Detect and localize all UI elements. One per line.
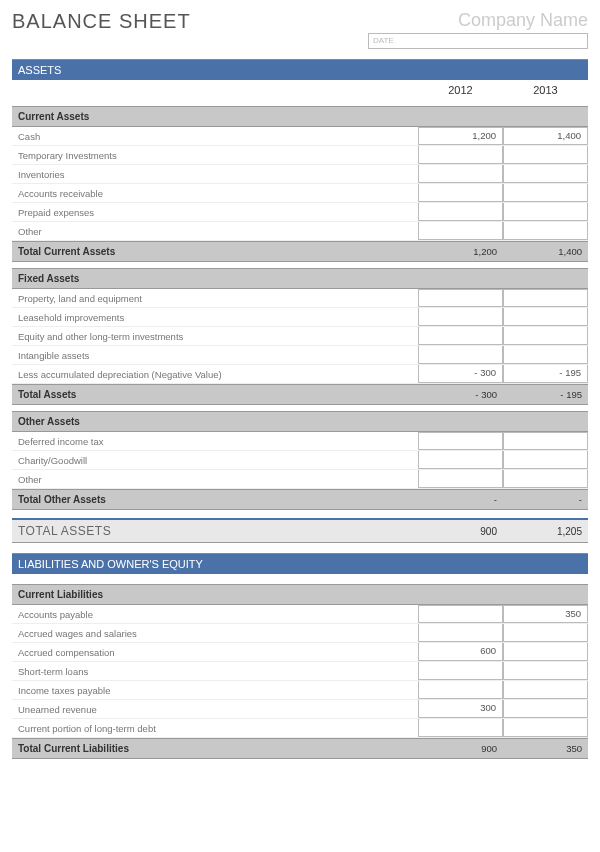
line-item: Short-term loans: [12, 662, 588, 681]
value-cell-y1[interactable]: [418, 346, 503, 364]
line-item: Prepaid expenses: [12, 203, 588, 222]
line-label: Less accumulated depreciation (Negative …: [12, 366, 418, 383]
fixed-assets-header: Fixed Assets: [12, 268, 588, 289]
value-cell-y1[interactable]: [418, 719, 503, 737]
current-assets-rows: Cash 1,200 1,400 Temporary Investments I…: [12, 127, 588, 241]
line-item: Intangible assets: [12, 346, 588, 365]
line-item: Other: [12, 222, 588, 241]
date-input[interactable]: DATE: [368, 33, 588, 49]
value-cell-y1[interactable]: [418, 662, 503, 680]
company-name: Company Name: [368, 10, 588, 31]
total-current-assets: Total Current Assets 1,200 1,400: [12, 241, 588, 262]
line-item: Property, land and equipment: [12, 289, 588, 308]
total-fixed-assets: Total Assets - 300 - 195: [12, 384, 588, 405]
value-cell-y1[interactable]: 1,200: [418, 127, 503, 145]
value-cell-y1[interactable]: [418, 327, 503, 345]
value-cell-y2[interactable]: [503, 289, 588, 307]
value-cell-y2[interactable]: [503, 451, 588, 469]
line-label: Inventories: [12, 166, 418, 183]
line-label: Accounts payable: [12, 606, 418, 623]
current-liabilities-header: Current Liabilities: [12, 584, 588, 605]
value-cell-y2[interactable]: [503, 308, 588, 326]
value-cell-y1[interactable]: [418, 203, 503, 221]
value-cell-y1[interactable]: [418, 308, 503, 326]
line-item: Accrued compensation 600: [12, 643, 588, 662]
line-item: Less accumulated depreciation (Negative …: [12, 365, 588, 384]
value-cell-y1[interactable]: [418, 289, 503, 307]
line-label: Unearned revenue: [12, 701, 418, 718]
value-cell-y2[interactable]: [503, 719, 588, 737]
value-cell-y1[interactable]: - 300: [418, 365, 503, 383]
value-cell-y1[interactable]: [418, 146, 503, 164]
value-cell-y1[interactable]: 600: [418, 643, 503, 661]
line-item: Deferred income tax: [12, 432, 588, 451]
line-item: Inventories: [12, 165, 588, 184]
value-cell-y2[interactable]: [503, 327, 588, 345]
header: BALANCE SHEET Company Name DATE: [12, 10, 588, 49]
line-label: Accrued compensation: [12, 644, 418, 661]
value-cell-y1[interactable]: [418, 681, 503, 699]
line-item: Unearned revenue 300: [12, 700, 588, 719]
value-cell-y2[interactable]: [503, 222, 588, 240]
line-item: Leasehold improvements: [12, 308, 588, 327]
value-cell-y2[interactable]: [503, 643, 588, 661]
line-item: Charity/Goodwill: [12, 451, 588, 470]
value-cell-y1[interactable]: [418, 451, 503, 469]
value-cell-y2[interactable]: [503, 700, 588, 718]
total-current-liabilities: Total Current Liabilities 900 350: [12, 738, 588, 759]
total-assets: TOTAL ASSETS 900 1,205: [12, 518, 588, 543]
line-label: Income taxes payable: [12, 682, 418, 699]
value-cell-y1[interactable]: [418, 432, 503, 450]
value-cell-y2[interactable]: [503, 146, 588, 164]
line-item: Temporary Investments: [12, 146, 588, 165]
value-cell-y1[interactable]: [418, 222, 503, 240]
value-cell-y1[interactable]: [418, 605, 503, 623]
total-other-assets: Total Other Assets - -: [12, 489, 588, 510]
line-label: Temporary Investments: [12, 147, 418, 164]
value-cell-y2[interactable]: [503, 624, 588, 642]
line-label: Charity/Goodwill: [12, 452, 418, 469]
current-assets-header: Current Assets: [12, 106, 588, 127]
value-cell-y2[interactable]: [503, 165, 588, 183]
section-assets-title: ASSETS: [12, 59, 588, 80]
value-cell-y2[interactable]: [503, 432, 588, 450]
line-item: Other: [12, 470, 588, 489]
fixed-assets-rows: Property, land and equipment Leasehold i…: [12, 289, 588, 384]
value-cell-y2[interactable]: [503, 184, 588, 202]
value-cell-y1[interactable]: [418, 184, 503, 202]
value-cell-y1[interactable]: [418, 165, 503, 183]
line-label: Current portion of long-term debt: [12, 720, 418, 737]
page-title: BALANCE SHEET: [12, 10, 191, 33]
value-cell-y1[interactable]: [418, 470, 503, 488]
other-assets-rows: Deferred income tax Charity/Goodwill Oth…: [12, 432, 588, 489]
value-cell-y2[interactable]: 350: [503, 605, 588, 623]
line-label: Cash: [12, 128, 418, 145]
section-liabilities-title: LIABILITIES AND OWNER'S EQUITY: [12, 553, 588, 574]
line-item: Current portion of long-term debt: [12, 719, 588, 738]
year-headers: 2012 2013: [12, 80, 588, 100]
value-cell-y1[interactable]: 300: [418, 700, 503, 718]
line-label: Intangible assets: [12, 347, 418, 364]
value-cell-y2[interactable]: - 195: [503, 365, 588, 383]
line-label: Property, land and equipment: [12, 290, 418, 307]
line-label: Deferred income tax: [12, 433, 418, 450]
value-cell-y1[interactable]: [418, 624, 503, 642]
line-label: Accrued wages and salaries: [12, 625, 418, 642]
line-item: Equity and other long-term investments: [12, 327, 588, 346]
line-item: Accrued wages and salaries: [12, 624, 588, 643]
line-label: Accounts receivable: [12, 185, 418, 202]
current-liabilities-rows: Accounts payable 350 Accrued wages and s…: [12, 605, 588, 738]
line-item: Accounts payable 350: [12, 605, 588, 624]
value-cell-y2[interactable]: [503, 662, 588, 680]
year-1: 2012: [418, 84, 503, 96]
value-cell-y2[interactable]: [503, 346, 588, 364]
line-label: Short-term loans: [12, 663, 418, 680]
value-cell-y2[interactable]: 1,400: [503, 127, 588, 145]
line-label: Equity and other long-term investments: [12, 328, 418, 345]
line-label: Leasehold improvements: [12, 309, 418, 326]
value-cell-y2[interactable]: [503, 203, 588, 221]
value-cell-y2[interactable]: [503, 681, 588, 699]
value-cell-y2[interactable]: [503, 470, 588, 488]
line-item: Accounts receivable: [12, 184, 588, 203]
line-label: Other: [12, 471, 418, 488]
